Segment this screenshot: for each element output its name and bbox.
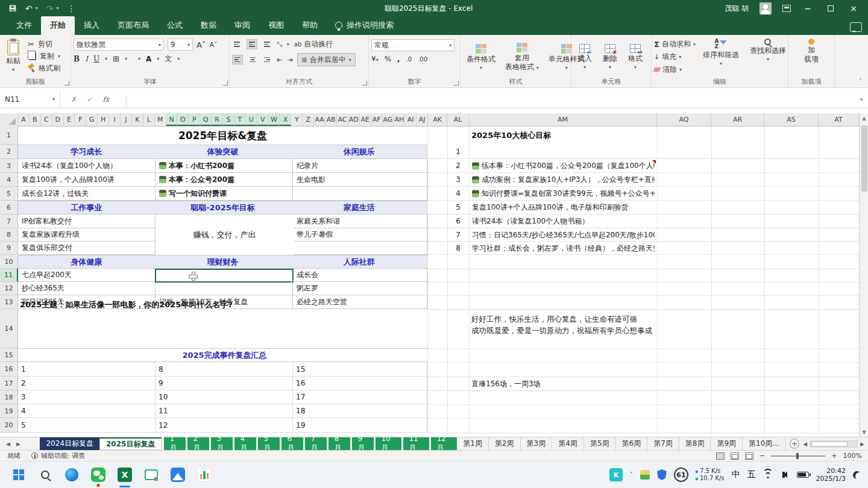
sheet-tab-month[interactable]: 1月: [164, 437, 186, 450]
paste-button[interactable]: 粘贴▾: [2, 39, 24, 74]
sheet-tab-month[interactable]: 11月: [403, 437, 429, 450]
ime-indicator[interactable]: 中: [732, 469, 740, 480]
borders-icon[interactable]: ⊞: [113, 55, 119, 63]
cell[interactable]: 家庭关系和谐: [293, 214, 427, 228]
sheet-tab-month[interactable]: 10月: [376, 437, 401, 450]
ribbon-tab[interactable]: 审阅: [225, 16, 259, 35]
security-score-badge[interactable]: 61: [674, 468, 688, 482]
column-header[interactable]: X: [280, 113, 291, 126]
cell[interactable]: 抄心经365天: [18, 282, 156, 295]
hscroll-thumb[interactable]: [811, 442, 848, 446]
column-header[interactable]: P: [189, 113, 200, 126]
column-header[interactable]: AA: [314, 113, 326, 126]
font-name-combo[interactable]: 微软雅黑▾: [74, 39, 164, 51]
sheet-tab-month[interactable]: 2月: [187, 437, 209, 450]
numbered-cell[interactable]: 19: [293, 418, 427, 432]
underline-button[interactable]: U: [93, 55, 99, 63]
sheet-tab-week[interactable]: 第6周: [616, 437, 648, 450]
battery-icon[interactable]: [797, 472, 809, 478]
cell[interactable]: 复盘俱乐部交付: [18, 242, 156, 254]
minimize-button[interactable]: −: [802, 4, 814, 13]
wifi-icon[interactable]: [763, 471, 773, 478]
core-goal-row[interactable]: 3 成功案例：复盘家族10人+IP3人），公众号专栏+直播访谈: [427, 173, 860, 187]
numbered-cell[interactable]: 10: [156, 390, 293, 404]
vertical-scrollbar[interactable]: ▲ ▼: [860, 113, 868, 437]
excel-app-active[interactable]: X: [116, 466, 134, 484]
currency-icon[interactable]: ¥▾: [371, 55, 379, 63]
column-header[interactable]: A: [18, 113, 30, 126]
hscroll-right-icon[interactable]: ▶: [860, 441, 864, 447]
category-header[interactable]: 工作事业: [18, 201, 154, 214]
column-header[interactable]: AH: [394, 113, 405, 126]
cell[interactable]: [293, 187, 427, 200]
zoom-slider-thumb[interactable]: [796, 453, 799, 459]
numbered-cell[interactable]: 4: [18, 404, 156, 418]
decrease-decimal-icon[interactable]: .00: [418, 56, 427, 63]
column-header[interactable]: G: [86, 113, 98, 126]
formula-bar-expand-icon[interactable]: ▾: [855, 90, 868, 108]
cell[interactable]: 带儿子暑假: [293, 228, 427, 241]
numbered-cell[interactable]: 15: [293, 362, 427, 376]
cut-button[interactable]: ✂剪切: [28, 39, 60, 49]
column-header[interactable]: AR: [711, 113, 764, 126]
column-header[interactable]: AD: [348, 113, 360, 126]
hscroll-left-icon[interactable]: ◀: [803, 441, 807, 447]
category-header[interactable]: 体验突破: [154, 145, 291, 158]
decrease-font-icon[interactable]: Aˇ: [209, 41, 217, 49]
category-header[interactable]: 身体健康: [18, 255, 154, 268]
cell[interactable]: 成长会12讲，过钱关: [18, 187, 156, 200]
category-header[interactable]: 理财财务: [154, 255, 291, 268]
avatar[interactable]: [760, 2, 772, 14]
number-format-combo[interactable]: 常规▾: [371, 39, 454, 51]
scroll-down-icon[interactable]: ▼: [860, 427, 868, 437]
ribbon-tab[interactable]: 视图: [259, 16, 293, 35]
sheet-tab-week[interactable]: 第4周: [552, 437, 584, 450]
sheet-tab-month[interactable]: 8月: [329, 437, 350, 450]
column-header[interactable]: AS: [764, 113, 819, 126]
column-header[interactable]: Q: [200, 113, 212, 126]
sheet-tab-month[interactable]: 12月: [431, 437, 457, 450]
cloud-docs-app[interactable]: [169, 466, 187, 484]
collapse-ribbon-icon[interactable]: ˆ: [859, 78, 862, 85]
page-layout-view-icon[interactable]: [731, 452, 739, 460]
sheet-tab-week[interactable]: 第9周: [711, 437, 743, 450]
font-dialog-launcher[interactable]: [223, 81, 228, 86]
decrease-indent-icon[interactable]: ⇤: [277, 56, 282, 64]
numbered-cell[interactable]: 1: [18, 362, 156, 376]
cell[interactable]: IP创富私教交付: [18, 214, 156, 228]
name-box[interactable]: N11▾: [0, 90, 60, 108]
sheet-tab-month[interactable]: 3月: [211, 437, 233, 450]
core-goal-row[interactable]: 7 习惯：日记365天/抄心经365天/七点早起200天/散步100天: [427, 228, 860, 242]
insert-cells-button[interactable]: ← 插入▾: [574, 37, 596, 77]
sheet-tab-2025-active[interactable]: 2025目标复盘: [99, 437, 162, 450]
tray-green-icon[interactable]: [640, 470, 650, 480]
column-header[interactable]: U: [246, 113, 257, 126]
user-name[interactable]: 茂聪 胡: [725, 4, 749, 14]
column-header[interactable]: AM: [469, 113, 657, 126]
security-shield-icon[interactable]: [657, 469, 667, 480]
comments-icon[interactable]: [850, 22, 862, 32]
theme-question[interactable]: 2025主题：如果生活像一部电影，你的2025年叫什么名字?: [20, 299, 424, 310]
addins-button[interactable]: 加载项: [791, 37, 832, 65]
cell[interactable]: 生命电影: [293, 173, 427, 186]
sheet-tab-2024[interactable]: 2024目标复盘: [40, 437, 99, 450]
zoom-level[interactable]: 100%: [843, 452, 862, 460]
ribbon-tab[interactable]: 文件: [7, 16, 41, 35]
cell[interactable]: 纪录片: [293, 159, 427, 172]
sheet-tab-month[interactable]: 9月: [352, 437, 374, 450]
wrap-text-button[interactable]: ab自动换行: [294, 39, 333, 49]
font-size-combo[interactable]: 9▾: [168, 39, 193, 51]
core-goal-row[interactable]: 2 练本事：小红书200篇，公众号200篇（复盘100个人物）: [427, 159, 860, 173]
sheet-tab-month[interactable]: 4月: [234, 437, 256, 450]
stats-app[interactable]: [195, 466, 213, 484]
new-sheet-icon[interactable]: +: [790, 439, 799, 449]
column-header[interactable]: AG: [383, 113, 394, 126]
numbered-cell[interactable]: 9: [156, 377, 293, 390]
column-header[interactable]: AT: [819, 113, 859, 126]
align-left-icon[interactable]: [232, 55, 243, 65]
clipboard-dialog-launcher[interactable]: [64, 81, 69, 86]
column-header[interactable]: H: [98, 113, 109, 126]
sheet-tab-month[interactable]: 7月: [305, 437, 327, 450]
column-header[interactable]: AB: [326, 113, 337, 126]
ribbon-tab[interactable]: 公式: [158, 16, 192, 35]
